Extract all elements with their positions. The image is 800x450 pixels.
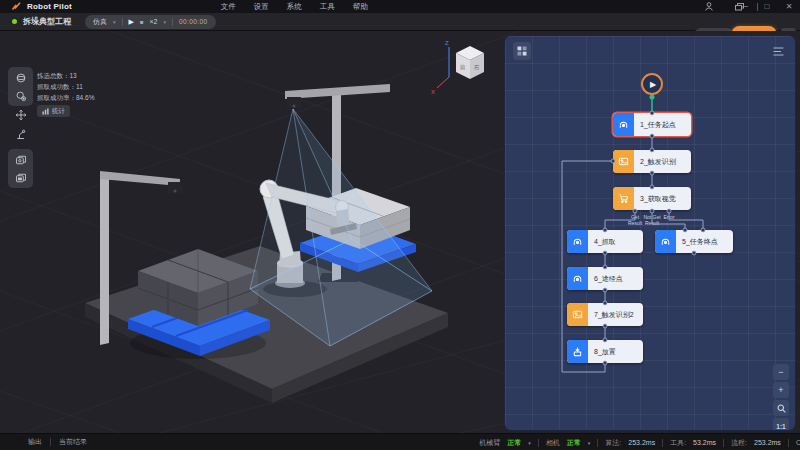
app-title: Robot Pilot <box>27 2 72 11</box>
statistics-label: 统计 <box>52 107 65 116</box>
robot-arm-caret-icon[interactable]: ▾ <box>528 440 531 446</box>
cycle-time-label: 流程: <box>731 438 747 448</box>
robot-gripper-icon <box>613 113 634 136</box>
zoom-out-button[interactable]: − <box>773 364 789 380</box>
flow-node-task-end[interactable]: 5_任务终点 <box>655 230 733 253</box>
flow-node-label: 5_任务终点 <box>676 230 733 253</box>
menu-settings[interactable]: 设置 <box>254 2 269 12</box>
maximize-button[interactable]: □ <box>756 2 778 11</box>
app-window: Robot Pilot 文件 设置 系统 工具 帮助 ─ □ ✕ 拆垛典型工程 <box>0 0 800 450</box>
camera-status-label: 相机 <box>546 438 560 448</box>
clipped-status-text: CC <box>796 439 800 446</box>
layout-layers-icon[interactable] <box>12 170 29 185</box>
app-logo-icon <box>8 2 24 11</box>
flow-node-label: 6_途经点 <box>588 267 643 290</box>
menu-system[interactable]: 系统 <box>287 2 302 12</box>
zoom-in-button[interactable]: + <box>773 382 789 398</box>
flow-node-place[interactable]: 8_放置 <box>567 340 643 363</box>
move-axes-icon[interactable] <box>12 107 29 122</box>
bar-chart-icon <box>42 108 49 115</box>
statusbar: 输出 当前结果 机械臂 正常 ▾ 相机 正常 ▾ 算法: 253.2ms 工具:… <box>0 433 800 450</box>
flow-node-label: 8_放置 <box>588 340 643 363</box>
cube-right-label: 右 <box>474 64 480 70</box>
image-icon <box>613 150 634 173</box>
task-flow-panel[interactable]: ▶ 1_任务起点 2_触发识别 3_获取视觉 Get Result Not Ge… <box>505 36 795 430</box>
node-list-button[interactable] <box>769 42 787 60</box>
robot-gripper-icon <box>655 230 676 253</box>
robot-arm-icon[interactable] <box>12 126 29 141</box>
pick-stats-overlay: 拣选总数：13 抓取成功数：11 抓取成功率：84.6% <box>37 70 94 103</box>
play-button[interactable]: ▶ <box>129 18 134 26</box>
robot-gripper-icon <box>567 267 588 290</box>
axis-z-label: Z <box>445 40 449 46</box>
user-icon[interactable] <box>701 2 717 11</box>
magnifier-icon <box>777 404 786 413</box>
flow-node-get-vision[interactable]: 3_获取视觉 <box>613 187 691 210</box>
robot-arm-status-label: 机械臂 <box>479 438 500 448</box>
flow-node-task-start[interactable]: 1_任务起点 <box>613 113 691 136</box>
cycle-time-value: 253.2ms <box>754 439 781 446</box>
flow-node-trigger-recognition-2[interactable]: 7_触发识别2 <box>567 303 643 326</box>
playback-controls: 仿真 ▾ ▶ ■ ×2 ▾ 00:00:00 <box>85 15 216 29</box>
camera-status-value: 正常 <box>567 438 581 448</box>
minimize-button[interactable]: ─ <box>734 2 756 11</box>
snapshot-layers-icon[interactable] <box>12 152 29 167</box>
tool-time-label: 工具: <box>670 438 686 448</box>
menu-file[interactable]: 文件 <box>221 2 236 12</box>
view-cube[interactable]: Z X 前 右 <box>431 40 484 95</box>
speed-select[interactable]: ×2 <box>150 18 158 25</box>
place-box-icon <box>567 340 588 363</box>
sidebar-capture-tools <box>8 149 33 188</box>
camera-caret-icon[interactable]: ▾ <box>588 440 591 446</box>
statistics-button[interactable]: 统计 <box>37 105 70 117</box>
sim-timer: 00:00:00 <box>179 18 208 25</box>
tool-time-value: 53.2ms <box>693 439 716 446</box>
zoom-search-button[interactable] <box>773 400 789 416</box>
speed-caret-icon[interactable]: ▾ <box>164 19 167 25</box>
flow-node-label: 7_触发识别2 <box>588 303 643 326</box>
stop-button[interactable]: ■ <box>140 19 144 25</box>
toolbar: 拆垛典型工程 仿真 ▾ ▶ ■ ×2 ▾ 00:00:00 场景 任务 <box>0 13 800 31</box>
algorithm-time-value: 253.2ms <box>628 439 655 446</box>
flow-edges <box>505 36 795 430</box>
robot-arm-status-value: 正常 <box>507 438 521 448</box>
close-button[interactable]: ✕ <box>778 2 800 11</box>
stat-total-picks: 拣选总数：13 <box>37 70 94 81</box>
zoom-fit-button[interactable]: 1:1 <box>773 418 789 430</box>
flow-start-node[interactable]: ▶ <box>641 73 663 95</box>
node-library-button[interactable] <box>513 42 531 60</box>
sidebar-view-tools <box>8 67 33 106</box>
algorithm-time-label: 算法: <box>605 438 621 448</box>
port-label-not-get-result: Not Get Result <box>643 214 661 226</box>
flow-node-label: 2_触发识别 <box>634 150 691 173</box>
mode-caret-icon[interactable]: ▾ <box>113 19 116 25</box>
menu-help[interactable]: 帮助 <box>353 2 368 12</box>
flow-node-label: 1_任务起点 <box>634 113 691 136</box>
robot-gripper-icon <box>567 230 588 253</box>
titlebar: Robot Pilot 文件 设置 系统 工具 帮助 ─ □ ✕ <box>0 0 800 13</box>
port-label-get-result: Get Result <box>626 214 644 226</box>
image-icon <box>567 303 588 326</box>
model-settings-icon[interactable] <box>12 88 29 103</box>
mode-select[interactable]: 仿真 <box>93 17 107 27</box>
stat-grab-success-rate: 抓取成功率：84.6% <box>37 92 94 103</box>
axis-x-label: X <box>431 89 435 95</box>
project-status-dot <box>12 19 17 24</box>
flow-node-waypoint[interactable]: 6_途经点 <box>567 267 643 290</box>
port-label-error: Error <box>660 214 678 220</box>
flow-node-grab[interactable]: 4_抓取 <box>567 230 643 253</box>
current-result-tab[interactable]: 当前结果 <box>59 437 87 447</box>
flow-node-trigger-recognition[interactable]: 2_触发识别 <box>613 150 691 173</box>
output-tab[interactable]: 输出 <box>28 437 42 447</box>
cube-front-label: 前 <box>460 64 466 70</box>
flow-node-label: 3_获取视觉 <box>634 187 691 210</box>
menu-tools[interactable]: 工具 <box>320 2 335 12</box>
vision-cart-icon <box>613 187 634 210</box>
scene-view-icon[interactable] <box>12 70 29 85</box>
stat-grab-success-count: 抓取成功数：11 <box>37 81 94 92</box>
project-name: 拆垛典型工程 <box>23 16 71 27</box>
flow-node-label: 4_抓取 <box>588 230 643 253</box>
